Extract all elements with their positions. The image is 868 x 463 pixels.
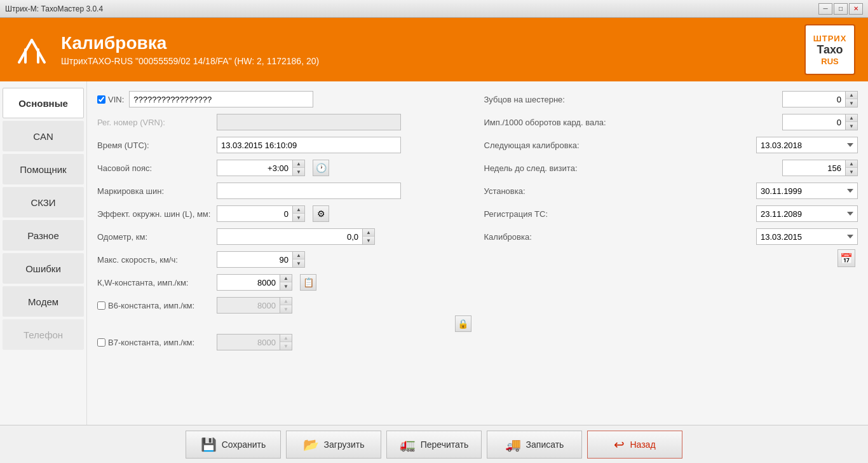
save-button[interactable]: 💾 Сохранить [186, 431, 281, 459]
load-button[interactable]: 📂 Загрузить [286, 431, 381, 459]
registration-row: Регистрация ТС: 23.11.2089 [484, 204, 858, 224]
maxspeed-spin-up[interactable]: ▲ [293, 252, 304, 259]
b7-checkbox[interactable] [97, 338, 105, 347]
vin-row: VIN: [97, 89, 471, 109]
nedel-input[interactable] [782, 160, 846, 176]
footer: 💾 Сохранить 📂 Загрузить 🚛 Перечитать 🚚 З… [0, 425, 868, 463]
kw-spin-up[interactable]: ▲ [280, 275, 292, 282]
calibration-select[interactable]: 13.03.2015 [756, 228, 858, 245]
logo-middle: Тахо [817, 43, 843, 57]
load-icon: 📂 [303, 437, 319, 452]
sidebar-item-can[interactable]: CAN [3, 121, 84, 151]
header: Калибровка ШтрихTAXO-RUS "00055559/02 14… [0, 18, 868, 81]
l-spin-down[interactable]: ▼ [293, 214, 304, 221]
maxspeed-spin-down[interactable]: ▼ [293, 259, 304, 267]
next-calib-select[interactable]: 13.03.2018 [756, 137, 858, 153]
nedel-spin-up[interactable]: ▲ [846, 160, 857, 168]
vrn-row: Рег. номер (VRN): [97, 112, 471, 132]
nedel-spin: ▲ ▼ [782, 160, 858, 176]
lock-button[interactable]: 🔒 [455, 315, 471, 332]
kw-label: К,W-константа, имп./км: [97, 278, 212, 287]
sidebar-item-raznoe[interactable]: Разное [3, 220, 84, 251]
nedel-spin-buttons: ▲ ▼ [846, 160, 858, 176]
load-label: Загрузить [324, 439, 365, 450]
recalc-label: Перечитать [421, 439, 469, 450]
kw-clipboard-button[interactable]: 📋 [300, 274, 316, 291]
minimize-button[interactable]: ─ [818, 3, 832, 15]
b7-label: В7-константа, имп./км: [108, 338, 194, 347]
logo-bottom: RUS [821, 57, 838, 66]
sidebar-item-oshibki[interactable]: Ошибки [3, 253, 84, 284]
imp-spin-up[interactable]: ▲ [846, 114, 857, 122]
b6-label: В6-константа, имп./км: [108, 301, 194, 310]
maxspeed-input[interactable] [217, 251, 293, 268]
tyre-label: Маркировка шин: [97, 186, 212, 196]
time-label: Время (UTC): [97, 141, 212, 150]
sidebar-item-skzi[interactable]: СКЗИ [3, 187, 84, 218]
imp-spin-down[interactable]: ▼ [846, 122, 857, 130]
timezone-spin-up[interactable]: ▲ [293, 160, 304, 168]
vin-input[interactable] [129, 91, 313, 107]
maxspeed-spin-buttons: ▲ ▼ [293, 251, 305, 268]
back-button[interactable]: ↩ Назад [587, 431, 682, 459]
b6-spin-down: ▼ [280, 305, 292, 313]
timezone-clock-button[interactable]: 🕐 [313, 160, 329, 176]
b7-spin-buttons: ▲ ▼ [280, 334, 292, 350]
vin-checkbox-label[interactable]: VIN: [97, 95, 124, 104]
registration-select[interactable]: 23.11.2089 [756, 205, 858, 222]
zubcov-label: Зубцов на шестерне: [484, 95, 778, 104]
main-container: Основные CAN Помощник СКЗИ Разное Ошибки… [0, 81, 868, 425]
zubcov-spin: ▲ ▼ [782, 91, 858, 107]
l-label: Эффект. окружн. шин (L), мм: [97, 209, 212, 219]
logo-top: ШТРИХ [813, 34, 847, 43]
recalc-button[interactable]: 🚛 Перечитать [386, 431, 482, 459]
timezone-spin-down[interactable]: ▼ [293, 168, 304, 176]
zubcov-spin-down[interactable]: ▼ [846, 99, 857, 107]
sidebar-item-osnovnye[interactable]: Основные [3, 88, 84, 118]
sidebar-item-modem[interactable]: Модем [3, 286, 84, 317]
b6-spin-buttons: ▲ ▼ [280, 297, 292, 314]
odometer-spin-up[interactable]: ▲ [363, 229, 374, 237]
tyre-row: Маркировка шин: [97, 181, 471, 201]
write-button[interactable]: 🚚 Записать [487, 431, 582, 459]
back-label: Назад [630, 439, 655, 450]
l-settings-button[interactable]: ⚙ [313, 205, 329, 222]
b6-checkbox[interactable] [97, 301, 105, 310]
timezone-input[interactable] [217, 160, 293, 176]
close-button[interactable]: ✕ [849, 3, 863, 15]
ustanovka-select[interactable]: 30.11.1999 [756, 183, 858, 199]
calendar-row: 📅 [484, 249, 858, 267]
sidebar: Основные CAN Помощник СКЗИ Разное Ошибки… [0, 81, 87, 425]
timezone-row: Часовой пояс: ▲ ▼ 🕐 [97, 158, 471, 178]
timezone-spin-buttons: ▲ ▼ [293, 160, 305, 176]
sidebar-label-telefon: Телефон [24, 329, 63, 340]
time-row: Время (UTC): [97, 135, 471, 155]
b7-checkbox-label[interactable]: В7-константа, имп./км: [97, 338, 212, 347]
odometer-spin-down[interactable]: ▼ [363, 237, 374, 244]
imp-input[interactable] [782, 114, 846, 130]
sidebar-item-telefon: Телефон [3, 319, 84, 350]
maximize-button[interactable]: □ [834, 3, 848, 15]
nedel-row: Недель до след. визита: ▲ ▼ [484, 158, 858, 178]
l-spin-up[interactable]: ▲ [293, 206, 304, 214]
maxspeed-row: Макс. скорость, км/ч: ▲ ▼ [97, 249, 471, 270]
kw-spin-down[interactable]: ▼ [280, 282, 292, 290]
vrn-label: Рег. номер (VRN): [97, 118, 212, 127]
b6-checkbox-label[interactable]: В6-константа, имп./км: [97, 301, 212, 310]
sidebar-item-pomoshchnik[interactable]: Помощник [3, 154, 84, 184]
tyre-input[interactable] [217, 183, 401, 199]
odometer-input[interactable] [217, 228, 363, 245]
vin-checkbox[interactable] [97, 95, 105, 104]
sidebar-label-skzi: СКЗИ [31, 197, 55, 208]
zubcov-input[interactable] [782, 91, 846, 107]
header-icon [13, 31, 51, 69]
sidebar-label-can: CAN [33, 131, 53, 142]
zubcov-spin-up[interactable]: ▲ [846, 92, 857, 99]
kw-input[interactable] [217, 274, 280, 291]
time-input[interactable] [217, 137, 401, 153]
calendar-button[interactable]: 📅 [837, 249, 855, 267]
odometer-label: Одометр, км: [97, 232, 212, 242]
header-text: Калибровка ШтрихTAXO-RUS "00055559/02 14… [61, 33, 319, 66]
l-input[interactable] [217, 205, 293, 222]
nedel-spin-down[interactable]: ▼ [846, 168, 857, 176]
